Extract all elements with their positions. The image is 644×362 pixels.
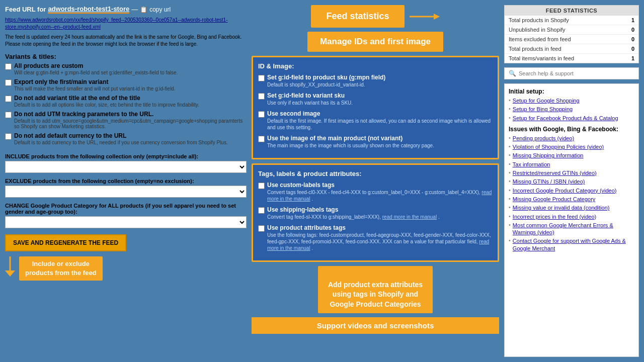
stats-row-1: Unpublished in Shopify 0 [505, 25, 638, 35]
tags-checkbox-0[interactable] [258, 183, 265, 189]
variant-item-1: Export only the first/main variant This … [5, 78, 247, 92]
id-image-title: ID & Image: [258, 62, 493, 70]
tags-label-2: Use product attributes tags [267, 224, 493, 231]
issue-link-2[interactable]: Missing Shipping information [513, 152, 584, 159]
id-image-item-1: Set g:id-field to variant sku Use only i… [258, 92, 493, 106]
issue-link-item-8: • Missing value or invalid data (conditi… [509, 204, 634, 211]
issue-bullet-6: • [509, 187, 511, 193]
feed-note: The feed is updated every 24 hours autom… [5, 34, 247, 48]
search-input[interactable] [519, 70, 634, 76]
issue-link-6[interactable]: Incorrect Google Product Category (video… [513, 187, 617, 194]
exclude-section: EXCLUDE products from the following coll… [5, 178, 247, 198]
issues-title: Issues with Google, Bing & Facebook: [509, 126, 634, 133]
id-image-checkbox-2[interactable] [258, 111, 265, 118]
change-select[interactable] [5, 216, 247, 228]
issue-link-item-0: • Pending products (video) [509, 135, 634, 142]
issue-link-item-1: • Violation of Shopping Policies (video) [509, 143, 634, 150]
issue-bullet-3: • [509, 161, 511, 167]
issue-link-item-5: • Missing GTINs / ISBN (video) [509, 178, 634, 185]
support-videos-callout: Support videos and screenshots [252, 317, 499, 334]
tags-item-0: Use custom-labels tags Convert tags feed… [258, 182, 493, 202]
feed-link: https://www.adwordsrobot.com/xx/feed/sho… [5, 17, 247, 31]
issue-link-5[interactable]: Missing GTINs / ISBN (video) [513, 178, 585, 185]
help-link-0[interactable]: Setup for Google Shopping [513, 97, 580, 104]
issue-link-10[interactable]: Most common Google Merchant Errors & War… [513, 222, 634, 236]
issue-link-item-2: • Missing Shipping information [509, 152, 634, 159]
svg-marker-1 [5, 270, 15, 277]
include-select[interactable] [5, 161, 247, 173]
exclude-label: EXCLUDE products from the following coll… [5, 178, 247, 184]
help-link-item-1: • Setup for Bing Shopping [509, 106, 634, 113]
manage-ids-callout: Manage IDs and first image [307, 32, 443, 52]
stats-row-3: Total products in feed 0 [505, 44, 638, 54]
initial-setup-title: Initial setup: [509, 88, 634, 95]
feed-stats-callout-row: Feed statistics [252, 5, 499, 28]
include-label: INCLUDE products from the following coll… [5, 153, 247, 159]
issue-link-4[interactable]: Restricted/reserved GTINs (video) [513, 169, 597, 176]
id-image-item-0: Set g:id-field to product sku (g:mpn fie… [258, 74, 493, 88]
issue-link-1[interactable]: Violation of Shopping Policies (video) [513, 143, 604, 150]
stats-value-1: 0 [631, 27, 634, 33]
variant-desc-1: This will make the feed smaller and will… [14, 86, 176, 92]
id-image-desc-2: Default is the first image. If first ima… [267, 118, 493, 131]
variant-checkbox-4[interactable] [5, 133, 12, 140]
issue-link-11[interactable]: Contact Google for support with Google A… [513, 237, 634, 252]
variant-item-0: All products are custom Will clear g:gti… [5, 62, 247, 75]
issue-bullet-11: • [509, 237, 511, 243]
issue-bullet-1: • [509, 143, 511, 149]
tags-item-1: Use shipping-labels tags Convert tag fee… [258, 206, 493, 220]
stats-value-2: 0 [631, 36, 634, 42]
variant-checkbox-3[interactable] [5, 112, 12, 118]
stats-row-4: Total items/variants in feed 1 [505, 54, 638, 63]
variant-item-4: Do not add default currency to the URL D… [5, 132, 247, 145]
help-link-2[interactable]: Setup for Facebook Product Ads & Catalog [513, 115, 618, 122]
tags-label-0: Use custom-labels tags [267, 182, 493, 189]
copy-url-link[interactable]: copy url [149, 6, 171, 13]
help-link-1[interactable]: Setup for Bing Shopping [513, 106, 573, 113]
feed-url-label: Feed URL for [5, 6, 46, 13]
issue-bullet-7: • [509, 196, 511, 202]
variant-checkbox-0[interactable] [5, 63, 12, 70]
tags-title: Tags, labels & product attributes: [258, 170, 493, 177]
save-regenerate-button[interactable]: SAVE AND REGENERATE THE FEED [5, 234, 126, 251]
tags-box: Tags, labels & product attributes: Use c… [252, 163, 499, 262]
tags-desc-2: Use the following tags: feed-customprodu… [267, 232, 493, 251]
tags-checkbox-2[interactable] [258, 225, 265, 232]
arrow-icon [5, 256, 15, 277]
stats-value-4: 1 [631, 55, 634, 61]
id-image-desc-0: Default is shopify_XX_product-id_variant… [267, 81, 385, 88]
include-exclude-callout: Include or exclude products from the fee… [19, 256, 103, 281]
dash: — [131, 6, 138, 13]
issue-link-3[interactable]: Tax information [513, 161, 550, 168]
issue-link-item-7: • Missing Google Product Category [509, 196, 634, 203]
add-attributes-callout: Add product extra attributes using tags … [318, 266, 433, 313]
variant-label-0: All products are custom [14, 62, 178, 69]
exclude-select[interactable] [5, 186, 247, 198]
feed-url-header-row: Feed URL for adwords-robot-test1-store —… [5, 5, 247, 14]
id-image-checkbox-1[interactable] [258, 93, 265, 100]
issue-link-8[interactable]: Missing value or invalid data (condition… [513, 204, 610, 211]
variant-checkbox-1[interactable] [5, 79, 12, 86]
variant-label-2: Do not add variant title at the end of t… [14, 95, 199, 102]
id-image-checkbox-0[interactable] [258, 75, 265, 81]
tags-checkbox-1[interactable] [258, 207, 265, 214]
help-link-item-0: • Setup for Google Shopping [509, 97, 634, 104]
issue-link-9[interactable]: Incorrect prices in the feed (video) [513, 213, 596, 220]
filter-section: INCLUDE products from the following coll… [5, 153, 247, 173]
help-panel: Initial setup: • Setup for Google Shoppi… [504, 83, 639, 357]
variant-checkbox-2[interactable] [5, 96, 12, 102]
variants-title: Variants & titles: [5, 53, 247, 60]
tags-link-1[interactable]: read more in the manual [382, 214, 437, 220]
variant-label-4: Do not add default currency to the URL [14, 132, 228, 139]
search-help-box[interactable]: 🔍 [504, 67, 639, 79]
issue-link-item-3: • Tax information [509, 161, 634, 168]
id-image-label-2: Use second image [267, 110, 493, 117]
tags-label-1: Use shipping-labels tags [267, 206, 440, 213]
issue-link-7[interactable]: Missing Google Product Category [513, 196, 595, 203]
issue-link-0[interactable]: Pending products (video) [513, 135, 574, 142]
variant-item-2: Do not add variant title at the end of t… [5, 95, 247, 108]
arrow-right-icon [410, 12, 440, 22]
change-section: CHANGE Google Product Category for ALL p… [5, 203, 247, 228]
id-image-checkbox-3[interactable] [258, 136, 265, 142]
copy-url-icon: 📋 [140, 6, 147, 13]
